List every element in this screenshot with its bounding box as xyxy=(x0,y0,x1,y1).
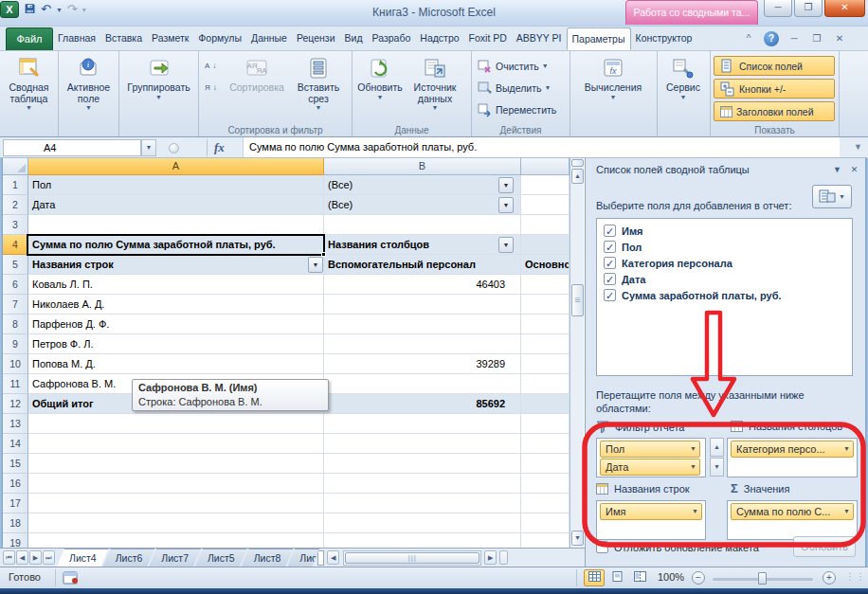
calculations-button[interactable]: fx Вычисления▼ xyxy=(573,54,653,120)
spinner-down-icon[interactable]: ▼ xyxy=(710,458,724,477)
sort-asc-button[interactable]: А↓ xyxy=(202,56,225,76)
cell-b14[interactable] xyxy=(324,434,521,454)
pill-dropdown-icon[interactable]: ▼ xyxy=(843,441,850,457)
row-header-7[interactable]: 7 xyxy=(3,295,28,315)
cell-b8[interactable] xyxy=(324,315,521,334)
scroll-up-icon[interactable]: ▲ xyxy=(571,169,584,184)
cell-a3[interactable] xyxy=(28,215,324,235)
field-item-date[interactable]: ✓ Дата xyxy=(604,271,645,287)
cell-b12[interactable]: 85692 xyxy=(324,394,521,414)
cell-b2[interactable]: (Все) xyxy=(324,195,521,215)
cell-a1[interactable]: Пол xyxy=(28,175,324,195)
tab-split-handle[interactable] xyxy=(499,550,508,565)
pill-dropdown-icon[interactable]: ▼ xyxy=(690,459,696,475)
cell-b15[interactable] xyxy=(324,454,521,474)
clear-button[interactable]: Очистить▼ xyxy=(475,56,559,76)
cell-a16[interactable] xyxy=(28,474,324,494)
checkbox-checked-icon[interactable]: ✓ xyxy=(604,225,616,237)
cell-a7[interactable]: Николаев А. Д. xyxy=(28,295,324,315)
cell-a14[interactable] xyxy=(28,434,324,454)
pane-menu-icon[interactable]: ▼ xyxy=(830,164,844,177)
workbook-minimize-icon[interactable]: ─ xyxy=(787,31,802,46)
cell-c12[interactable] xyxy=(521,394,570,414)
cell-c10[interactable] xyxy=(521,354,570,374)
cell-c13[interactable] xyxy=(521,414,570,434)
row-header-14[interactable]: 14 xyxy=(3,434,28,454)
row-header-2[interactable]: 2 xyxy=(3,195,28,215)
field-item-category[interactable]: ✓ Категория персонала xyxy=(604,255,732,271)
cell-c2[interactable] xyxy=(521,195,570,215)
tab-developer[interactable]: Разрабо xyxy=(368,27,416,50)
data-source-button[interactable]: Источник данных▼ xyxy=(405,54,465,120)
tab-options-selected[interactable]: Параметры xyxy=(567,27,631,50)
help-icon[interactable]: ? xyxy=(764,31,779,46)
sheet-tab-list7[interactable]: Лист7 xyxy=(149,549,201,567)
pill-dropdown-icon[interactable]: ▼ xyxy=(690,441,696,457)
row-header-6[interactable]: 6 xyxy=(3,275,28,295)
first-sheet-icon[interactable]: ⏮︎ xyxy=(3,550,15,565)
group-button[interactable]: Группировать▼ xyxy=(122,54,195,120)
cell-c18[interactable] xyxy=(521,513,570,533)
cell-b10[interactable]: 39289 xyxy=(324,354,521,374)
tab-foxit[interactable]: Foxit PD xyxy=(464,27,512,50)
field-item-name[interactable]: ✓ Имя xyxy=(604,223,642,239)
tab-abbyy[interactable]: ABBYY PI xyxy=(512,27,567,50)
cell-c17[interactable] xyxy=(521,494,570,513)
plus-minus-buttons-toggle[interactable]: Кнопки +/- xyxy=(714,79,835,99)
cell-b9[interactable] xyxy=(324,334,521,354)
cell-b7[interactable] xyxy=(324,295,521,315)
cell-a5[interactable]: Названия строк xyxy=(28,255,324,275)
cell-a2[interactable]: Дата xyxy=(28,195,324,215)
formula-input[interactable]: Сумма по полю Сумма заработной платы, ру… xyxy=(243,137,840,157)
row-header-11[interactable]: 11 xyxy=(3,374,28,394)
cell-a17[interactable] xyxy=(28,494,324,513)
cell-c9[interactable] xyxy=(521,334,570,354)
pill-dropdown-icon[interactable]: ▼ xyxy=(692,504,698,519)
hscroll-left-icon[interactable]: ◀ xyxy=(327,550,339,565)
row-header-1[interactable]: 1 xyxy=(3,175,28,195)
tab-review[interactable]: Рецензи xyxy=(292,27,340,50)
cell-b3[interactable] xyxy=(324,215,521,235)
resize-grip[interactable]: ⋮⋮ xyxy=(845,571,866,582)
view-normal-button[interactable] xyxy=(584,569,605,586)
cell-c15[interactable] xyxy=(521,454,570,474)
workbook-close-icon[interactable]: ✕ xyxy=(832,31,847,46)
sheet-tab-list8[interactable]: Лист8 xyxy=(242,549,294,567)
sort-button-disabled[interactable]: АЯЯА Сортировка xyxy=(225,54,289,120)
row-header-8[interactable]: 8 xyxy=(3,315,28,334)
window-close-button[interactable]: ✕ xyxy=(824,0,865,17)
vertical-scroll-thumb[interactable]: ☰ xyxy=(571,284,584,316)
window-minimize-button[interactable]: ─ xyxy=(764,0,792,17)
split-handle[interactable] xyxy=(571,159,584,167)
row-header-16[interactable]: 16 xyxy=(3,474,28,494)
pill-dropdown-icon[interactable]: ▼ xyxy=(843,504,850,519)
values-pill-sum[interactable]: Сумма по полю С...▼ xyxy=(731,503,854,520)
sheet-tab-list6[interactable]: Лист6 xyxy=(103,549,155,567)
field-item-salary[interactable]: ✓ Сумма заработной платы, руб. xyxy=(604,287,782,303)
field-item-gender[interactable]: ✓ Пол xyxy=(604,239,642,255)
sheet-tab-list5[interactable]: Лист5 xyxy=(195,549,247,567)
name-box-dropdown-icon[interactable]: ▼ xyxy=(141,139,156,156)
cell-b11[interactable] xyxy=(324,374,521,394)
checkbox-unchecked-icon[interactable]: ✓ xyxy=(596,541,608,553)
sheet-tab-partial[interactable]: Лис xyxy=(287,549,319,567)
tab-insert[interactable]: Вставка xyxy=(100,27,147,50)
tab-page-layout[interactable]: Разметк xyxy=(147,27,193,50)
row-header-17[interactable]: 17 xyxy=(3,494,28,513)
cell-a13[interactable] xyxy=(28,414,324,434)
column-header-b[interactable]: B xyxy=(324,158,521,175)
checkbox-checked-icon[interactable]: ✓ xyxy=(604,241,616,253)
tab-view[interactable]: Вид xyxy=(340,27,368,50)
zoom-in-icon[interactable]: + xyxy=(823,571,836,585)
cell-b6[interactable]: 46403 xyxy=(324,275,521,295)
field-headers-toggle[interactable]: Заголовки полей xyxy=(714,101,835,121)
tab-home[interactable]: Главная xyxy=(53,27,100,50)
horizontal-scroll-thumb[interactable]: ||| xyxy=(345,552,479,564)
next-sheet-icon[interactable]: ▶ xyxy=(29,550,42,565)
cell-c8[interactable] xyxy=(521,315,570,334)
sheet-tab-list4[interactable]: Лист4 xyxy=(57,549,109,567)
tools-button[interactable]: Сервис▼ xyxy=(660,54,706,120)
tab-design[interactable]: Конструктор xyxy=(631,27,697,50)
select-all-corner[interactable] xyxy=(3,158,28,175)
cell-c11[interactable] xyxy=(521,374,570,394)
